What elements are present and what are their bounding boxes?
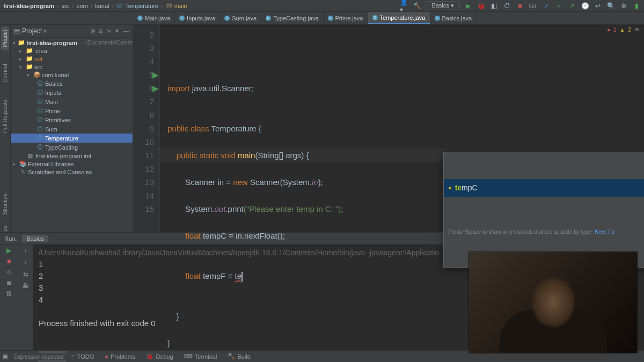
tool-commit[interactable]: Commit [1, 61, 9, 85]
autocomplete-popup[interactable]: ● tempC float Press ^Space to show only … [443, 152, 644, 268]
tree-dir-idea[interactable]: ▸📁.idea [11, 47, 133, 55]
git-pull-icon[interactable]: ✓ [542, 2, 551, 10]
tree-file-main[interactable]: ⒸMain [11, 97, 133, 106]
user-icon[interactable]: 👤▾ [400, 2, 408, 10]
run-panel-label: Run: [4, 235, 17, 242]
tree-file-temperature[interactable]: ⒸTemperature [11, 134, 133, 143]
tab-basics[interactable]: CBasics.java [430, 12, 477, 24]
select-opened-icon[interactable]: ⊕ [90, 27, 96, 35]
stop-icon[interactable]: ■ [7, 257, 11, 265]
settings-icon[interactable]: ⚙ [619, 2, 628, 10]
run-icon[interactable]: ▶ [464, 2, 473, 10]
debug-icon[interactable]: 🐞 [477, 2, 486, 10]
search-icon[interactable]: 🔍 [606, 2, 615, 10]
tab-temperature[interactable]: CTemperature.java [368, 12, 430, 24]
status-message: Expression expected [12, 353, 66, 360]
autocomplete-footer: Press ^Space to show only variants that … [444, 224, 644, 240]
tree-file-primitives[interactable]: ⒸPrimitives [11, 115, 133, 124]
btab-todo[interactable]: ≡TODO [66, 351, 99, 362]
revert-icon[interactable]: ↩ [594, 2, 602, 10]
next-tip-link[interactable]: Next Tip [595, 225, 614, 239]
code-editor[interactable]: ●1 ▲2 👁 2 3 4 5▶ 6▶ 7 8 9 10 11 12 13 14… [133, 25, 644, 232]
git-commit-icon[interactable]: ✓ [555, 2, 564, 10]
tab-typecasting[interactable]: CTypeCasting.java [261, 12, 323, 24]
expand-all-icon[interactable]: ≡ [99, 27, 103, 35]
run-config-selector[interactable]: Basics ▾ [426, 1, 459, 10]
editor-gutter[interactable]: 2 3 4 5▶ 6▶ 7 8 9 10 11 12 13 14 15 [133, 25, 160, 232]
tab-prime[interactable]: CPrime.java [324, 12, 368, 24]
tree-root[interactable]: ▾📁first-idea-program ~/Documents/Communi [11, 39, 133, 47]
code-area[interactable]: import java.util.Scanner; public class T… [160, 25, 644, 232]
tab-sum[interactable]: CSum.java [220, 12, 261, 24]
breadcrumb-project[interactable]: first-idea-program [3, 3, 54, 9]
tree-scratches[interactable]: ✎Scratches and Consoles [11, 168, 133, 176]
coverage-icon[interactable]: ◧ [490, 2, 499, 10]
toolbar-right: 👤▾ 🔨 Basics ▾ ▶ 🐞 ◧ ⏱ ■ Git: ✓ ✓ ↗ 🕘 ↩ 🔍… [400, 1, 641, 10]
run-toolbar-secondary: ↑ ↓ ⇆ 🖶 [18, 245, 33, 350]
profile-icon[interactable]: ⏱ [503, 2, 511, 10]
history-icon[interactable]: 🕘 [581, 2, 589, 10]
editor-tabs: CMain.java CInputs.java CSum.java CTypeC… [0, 12, 644, 25]
tab-main[interactable]: CMain.java [133, 12, 175, 24]
btab-problems[interactable]: ●Problems [99, 351, 141, 362]
autocomplete-item[interactable]: ● tempC float [444, 179, 644, 197]
print-icon[interactable]: 🖶 [23, 282, 29, 290]
ide-icon[interactable]: ▮ [632, 2, 641, 10]
tab-inputs[interactable]: CInputs.java [175, 12, 220, 24]
run-gutter-icon[interactable]: ▶ [152, 68, 159, 82]
navigation-bar: first-idea-program ›src ›com ›kunal ›ⒸTe… [0, 0, 644, 12]
hide-icon[interactable]: — [123, 27, 129, 35]
up-icon[interactable]: ↑ [24, 247, 27, 254]
tree-file-sum[interactable]: ⒸSum [11, 124, 133, 134]
run-gutter-icon[interactable]: ▶ [152, 82, 159, 95]
tree-file-typecasting[interactable]: ⒸTypeCasting [11, 143, 133, 152]
collapse-icon[interactable]: ⇲ [106, 27, 111, 35]
down-icon[interactable]: ↓ [24, 258, 27, 266]
run-panel-config[interactable]: Basics [22, 235, 48, 242]
tree-external-libs[interactable]: ▸📚External Libraries [11, 160, 133, 168]
layout-icon[interactable]: ≣ [6, 279, 12, 286]
tool-window-icon[interactable]: ▣ [0, 351, 11, 362]
text-caret [241, 272, 243, 282]
git-label: Git: [529, 3, 538, 9]
run-toolbar-primary: ▶ ■ ⎋ ≣ 🗑 [0, 245, 18, 350]
project-tree[interactable]: ▾📁first-idea-program ~/Documents/Communi… [11, 38, 133, 232]
stop-icon[interactable]: ■ [516, 2, 524, 10]
breadcrumb[interactable]: first-idea-program ›src ›com ›kunal ›ⒸTe… [3, 2, 187, 10]
tree-dir-src[interactable]: ▾📁src [11, 63, 133, 71]
settings-icon[interactable]: ✦ [114, 27, 120, 35]
build-icon[interactable]: 🔨 [413, 2, 421, 10]
tool-pull-requests[interactable]: Pull Requests [1, 97, 9, 136]
wrap-icon[interactable]: ⇆ [23, 270, 28, 278]
tree-file-basics[interactable]: ⒸBasics [11, 79, 133, 88]
webcam-overlay [469, 252, 638, 353]
tree-dir-out[interactable]: ▸📁out [11, 55, 133, 63]
tool-structure[interactable]: Structure [2, 193, 8, 215]
rerun-icon[interactable]: ▶ [6, 247, 11, 254]
tree-iml[interactable]: ▦first-idea-program.iml [11, 152, 133, 160]
tree-file-inputs[interactable]: ⒸInputs [11, 88, 133, 97]
project-title[interactable]: Project [22, 27, 42, 35]
pin-icon[interactable]: 🗑 [6, 290, 12, 297]
git-push-icon[interactable]: ↗ [568, 2, 576, 10]
tool-project[interactable]: Project [1, 27, 9, 50]
tree-file-prime[interactable]: ⒸPrime [11, 106, 133, 115]
tree-package[interactable]: ▾📦com.kunal [11, 71, 133, 79]
project-panel: ▤Project▾ ⊕ ≡ ⇲ ✦ — ▾📁first-idea-program… [11, 25, 133, 232]
suggestion-icon: ● [448, 181, 452, 195]
exit-icon[interactable]: ⎋ [7, 268, 11, 276]
